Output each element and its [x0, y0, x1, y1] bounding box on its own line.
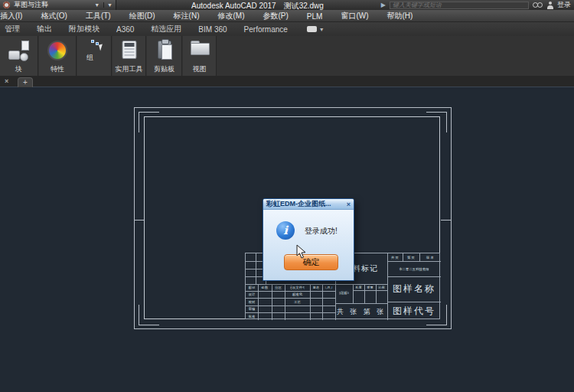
menu-insert[interactable]: 插入(I) — [0, 11, 31, 21]
ribbon-panels: 块 特性 组 实用工具 剪贴板 视图 — [0, 36, 574, 76]
dialog-title-bar[interactable]: 彩虹EDM-企业图纸... × — [263, 199, 354, 210]
tb-drawing-name: 图样名称 — [387, 276, 441, 302]
block-icon — [8, 41, 31, 62]
ribbon-tab-output[interactable]: 输出 — [28, 24, 60, 34]
view-icon — [191, 41, 209, 54]
file-tab-bar: × + — [0, 76, 574, 87]
close-icon[interactable]: × — [347, 201, 351, 208]
tb-row-standardization: 标准化 — [290, 292, 304, 296]
tb-top-cell: 第 页 — [406, 255, 416, 260]
drawing-canvas[interactable]: 标记 处数 分区 更改文件号 签名 年,月,日 设计 校对 审核 批准 标准化 … — [0, 87, 574, 392]
panel-group[interactable]: 组 — [77, 36, 112, 76]
chevron-down-icon: ▼ — [319, 27, 325, 32]
tb-header-date: 年,月,日 — [325, 286, 332, 289]
tb-header-count: 处数 — [261, 286, 269, 289]
calculator-icon — [122, 41, 136, 59]
panel-clipboard[interactable]: 剪贴板 — [147, 36, 182, 76]
autocad-window: 草图与注释 ▼ ▼ Autodesk AutoCAD 2017测试32.dwg … — [0, 0, 574, 392]
ribbon-state-icon — [307, 26, 317, 32]
panel-properties[interactable]: 特性 — [39, 36, 77, 76]
frame-corner-mark — [139, 305, 159, 325]
info-icon: i — [276, 221, 295, 240]
dialog-title: 彩虹EDM-企业图纸... — [266, 199, 331, 209]
frame-corner-mark — [139, 112, 159, 132]
panel-view[interactable]: 视图 — [183, 36, 217, 76]
chevron-down-icon[interactable]: ▼ — [94, 2, 99, 8]
menu-help[interactable]: 帮助(H) — [377, 11, 422, 21]
tb-row-check: 校对 — [249, 299, 256, 304]
title-bar: 草图与注释 ▼ ▼ Autodesk AutoCAD 2017测试32.dwg … — [0, 0, 574, 10]
menu-dimension[interactable]: 标注(N) — [165, 11, 209, 21]
chevron-right-icon[interactable]: ▶ — [381, 2, 386, 8]
tb-top-cell: 共 页 — [391, 255, 400, 260]
tb-row-audit: 审核 — [249, 307, 256, 311]
ok-button[interactable]: 确定 — [284, 254, 338, 270]
tb-header-zone: 分区 — [275, 286, 282, 289]
dialog-message: 登录成功! — [305, 226, 338, 237]
user-icon[interactable] — [546, 2, 553, 9]
tb-stage-col: 重量 — [367, 286, 373, 289]
ribbon-tab-addins[interactable]: 附加模块 — [60, 24, 108, 34]
menu-format[interactable]: 格式(O) — [31, 11, 76, 21]
tb-header-mark: 标记 — [249, 286, 256, 289]
menu-draw[interactable]: 绘图(D) — [120, 11, 165, 21]
tb-header-filechange: 更改文件号 — [290, 286, 304, 289]
ribbon-tab-performance[interactable]: Performance — [236, 25, 296, 34]
group-icon — [91, 40, 103, 51]
frame-center-tick — [441, 220, 451, 220]
tb-stage-mark: 阶段标记 — [339, 289, 349, 299]
menu-tools[interactable]: 工具(T) — [77, 11, 120, 21]
document-name: 测试32.dwg — [284, 2, 324, 10]
tb-sheet-count: 共 张 第 张 — [335, 303, 387, 320]
ribbon-tab-a360[interactable]: A360 — [108, 25, 142, 34]
search-input[interactable] — [390, 2, 529, 9]
menu-window[interactable]: 窗口(W) — [331, 11, 377, 21]
tb-drawing-code: 图样代号 — [387, 302, 441, 320]
tb-row-approve: 批准 — [249, 314, 256, 318]
ribbon-tab-bim360[interactable]: BIM 360 — [190, 25, 235, 34]
titlebar-right-cluster: ▶ 登录 — [381, 0, 571, 10]
login-success-dialog: 彩虹EDM-企业图纸... × i 登录成功! 确定 — [263, 198, 354, 281]
ribbon-tab-manage[interactable]: 管理 — [0, 24, 28, 34]
panel-utilities[interactable]: 实用工具 — [113, 36, 146, 76]
gear-icon — [3, 2, 10, 8]
mouse-cursor-icon — [296, 244, 306, 259]
app-name: Autodesk AutoCAD 2017 — [191, 2, 276, 10]
tb-row-process: 工艺 — [290, 299, 304, 304]
tb-stage-col: 比例 — [378, 286, 384, 289]
workspace-switcher[interactable]: 草图与注释 ▼ ▼ — [0, 0, 116, 10]
search-binoculars-icon[interactable] — [533, 2, 543, 8]
ribbon-tab-bar: 管理 输出 附加模块 A360 精选应用 BIM 360 Performance… — [0, 22, 574, 36]
ribbon-tab-featured-apps[interactable]: 精选应用 — [142, 24, 190, 34]
close-icon[interactable]: × — [5, 77, 8, 85]
ribbon-display-toggle[interactable]: ▼ — [307, 26, 325, 32]
menu-plm[interactable]: PLM — [298, 12, 332, 21]
clipboard-icon — [158, 41, 171, 59]
color-wheel-icon — [47, 41, 67, 60]
panel-block[interactable]: 块 — [0, 36, 38, 76]
tb-top-cell: 版 本 — [424, 255, 435, 260]
frame-center-tick — [134, 220, 144, 220]
workspace-label: 草图与注释 — [14, 0, 48, 10]
tb-row-design: 设计 — [249, 292, 256, 296]
frame-corner-mark — [426, 112, 447, 132]
menu-bar: 插入(I) 格式(O) 工具(T) 绘图(D) 标注(N) 修改(M) 参数(P… — [0, 10, 574, 22]
tb-company-name: 南宁市二零二五科技有限公司 — [400, 265, 429, 273]
login-button[interactable]: 登录 — [557, 0, 571, 10]
chevron-down-icon[interactable]: ▼ — [103, 2, 113, 8]
tb-stage-col: 长度 — [355, 286, 361, 289]
menu-parametric[interactable]: 参数(P) — [253, 11, 297, 21]
menu-modify[interactable]: 修改(M) — [208, 11, 253, 21]
new-tab-button[interactable]: + — [18, 77, 33, 87]
tb-header-signature: 签名 — [313, 286, 320, 289]
